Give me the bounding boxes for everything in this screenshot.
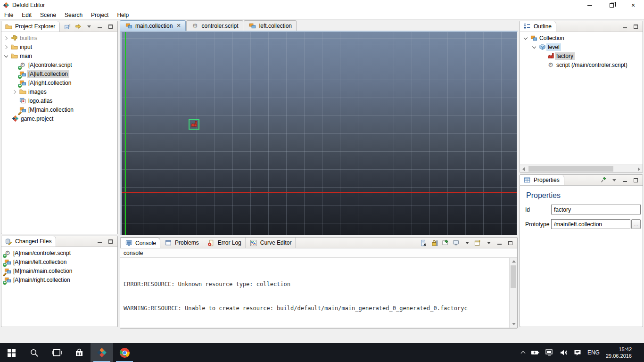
store-button[interactable]: [68, 343, 91, 362]
collection-icon: [124, 22, 133, 30]
collapse-all-icon[interactable]: [63, 23, 71, 30]
console-output-area[interactable]: ERROR:RESOURCE: Unknown resource type: c…: [120, 258, 517, 328]
tab-outline[interactable]: Outline: [520, 21, 556, 32]
action-center-icon[interactable]: [574, 349, 581, 356]
menu-file[interactable]: File: [0, 10, 17, 20]
view-menu-icon[interactable]: [610, 176, 618, 184]
menu-search[interactable]: Search: [60, 10, 87, 20]
changed-file-item[interactable]: ⚙ [A]main/controler.script: [1, 248, 117, 257]
scroll-thumb[interactable]: [511, 265, 516, 288]
tree-item-input[interactable]: input: [1, 42, 117, 51]
menu-scene[interactable]: Scene: [36, 10, 60, 20]
tab-properties[interactable]: Properties: [520, 175, 564, 185]
taskbar-defold-app[interactable]: [91, 343, 113, 362]
tree-item-main-collection[interactable]: [M]main.collection: [1, 105, 117, 114]
tab-main-collection[interactable]: main.collection ✕: [120, 20, 186, 31]
network-icon[interactable]: [545, 349, 554, 356]
tree-item-logo-atlas[interactable]: logo.atlas: [1, 96, 117, 105]
tab-left-collection[interactable]: left.collection: [244, 20, 297, 31]
search-button[interactable]: [23, 343, 45, 362]
console-horizontal-scrollbar[interactable]: [120, 328, 517, 329]
battery-icon[interactable]: [531, 350, 539, 355]
console-line: ERROR:RESOURCE: Unknown resource type: c…: [124, 280, 506, 288]
tree-item-left-collection[interactable]: [A]left.collection: [1, 69, 117, 78]
view-menu-icon[interactable]: [85, 23, 93, 30]
collection-added-icon: [18, 70, 27, 78]
scroll-up-icon[interactable]: [512, 260, 516, 263]
id-field[interactable]: [551, 205, 641, 214]
outline-item-level[interactable]: level: [520, 42, 643, 51]
dropdown-arrow-icon[interactable]: [463, 239, 471, 247]
tree-item-controler-script[interactable]: ⚙ [A]controler.script: [1, 60, 117, 69]
minimize-icon[interactable]: [96, 238, 104, 245]
tree-item-game-project[interactable]: game.project: [1, 114, 117, 123]
display-console-icon[interactable]: [452, 239, 460, 247]
tray-expand-icon[interactable]: [521, 350, 525, 355]
maximize-icon[interactable]: [107, 238, 115, 245]
minimize-icon[interactable]: [621, 176, 629, 184]
changed-file-item[interactable]: [A]main/left.collection: [1, 257, 117, 266]
changed-files-list: ⚙ [A]main/controler.script [A]main/left.…: [1, 247, 117, 284]
close-tab-icon[interactable]: ✕: [176, 23, 181, 29]
menu-help[interactable]: Help: [113, 10, 133, 20]
maximize-icon[interactable]: [107, 23, 115, 30]
scroll-left-icon[interactable]: [522, 167, 525, 171]
browse-button[interactable]: ...: [631, 219, 641, 229]
maximize-icon[interactable]: [632, 23, 640, 30]
tab-console[interactable]: Console: [120, 238, 160, 248]
dropdown-arrow-icon[interactable]: [485, 239, 493, 247]
scroll-thumb[interactable]: [528, 166, 613, 172]
minimize-icon[interactable]: [495, 239, 504, 247]
tree-item-images[interactable]: images: [1, 87, 117, 96]
task-view-button[interactable]: [45, 343, 68, 362]
volume-icon[interactable]: [560, 349, 568, 356]
scene-editor-canvas[interactable]: [120, 32, 517, 235]
outline-item-script[interactable]: ⚙ script (/main/controler.script): [520, 60, 643, 69]
chevron-down-icon[interactable]: [522, 37, 529, 39]
chevron-right-icon[interactable]: [2, 37, 10, 40]
outline-item-collection[interactable]: Collection: [520, 33, 643, 42]
outline-item-factory[interactable]: factory: [520, 51, 643, 60]
clear-console-icon[interactable]: [420, 239, 428, 247]
changed-file-item[interactable]: [A]main/right.collection: [1, 275, 117, 284]
pin-icon[interactable]: [599, 176, 607, 184]
tab-project-explorer[interactable]: Project Explorer: [1, 21, 60, 32]
maximize-icon[interactable]: [506, 239, 514, 247]
minimize-icon[interactable]: [621, 23, 629, 30]
tree-item-builtins[interactable]: builtins: [1, 33, 117, 42]
restore-button[interactable]: [601, 0, 622, 10]
pin-console-icon[interactable]: [441, 239, 449, 247]
title-bar[interactable]: Defold Editor ×: [0, 0, 644, 10]
menu-project[interactable]: Project: [87, 10, 113, 20]
taskbar-chrome-app[interactable]: [113, 343, 136, 362]
console-vertical-scrollbar[interactable]: [509, 258, 517, 328]
scroll-right-icon[interactable]: [638, 167, 640, 171]
tab-controler-script[interactable]: ⚙ controler.script: [186, 20, 243, 31]
tab-curve-editor[interactable]: Curve Editor: [246, 238, 296, 248]
language-indicator[interactable]: ENG: [587, 349, 600, 356]
tree-item-right-collection[interactable]: [A]right.collection: [1, 78, 117, 87]
tree-item-main[interactable]: main: [1, 51, 117, 60]
open-console-icon[interactable]: [474, 239, 482, 247]
outline-horizontal-scrollbar[interactable]: [520, 165, 643, 173]
minimize-icon[interactable]: [96, 23, 104, 30]
chevron-down-icon[interactable]: [530, 46, 538, 48]
taskbar-clock[interactable]: 15:42 29.06.2016: [606, 346, 632, 359]
start-button[interactable]: [0, 343, 23, 362]
tab-changed-files[interactable]: Changed Files: [1, 236, 56, 247]
maximize-icon[interactable]: [632, 176, 640, 184]
selected-factory-object[interactable]: [189, 119, 199, 130]
scroll-down-icon[interactable]: [512, 323, 516, 325]
prototype-field[interactable]: [551, 219, 630, 229]
chevron-right-icon[interactable]: [11, 90, 18, 93]
link-with-editor-icon[interactable]: [74, 23, 82, 30]
menu-edit[interactable]: Edit: [17, 10, 36, 20]
chevron-right-icon[interactable]: [2, 46, 10, 49]
changed-file-item[interactable]: [M]main/main.collection: [1, 266, 117, 275]
tab-problems[interactable]: Problems: [160, 238, 203, 248]
close-button[interactable]: ×: [622, 0, 644, 10]
scroll-lock-icon[interactable]: [430, 239, 438, 247]
tab-error-log[interactable]: Error Log: [203, 238, 246, 248]
chevron-down-icon[interactable]: [2, 55, 10, 57]
minimize-button[interactable]: [579, 0, 601, 10]
